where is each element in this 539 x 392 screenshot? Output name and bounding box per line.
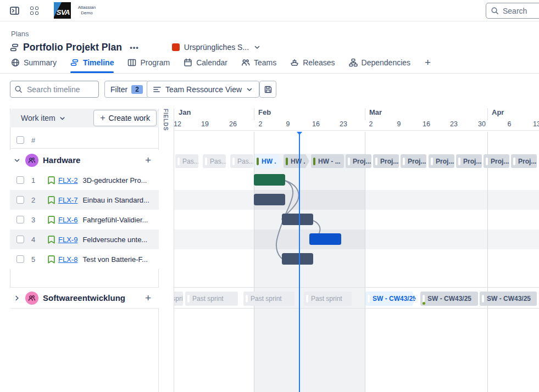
chevron-down-icon[interactable] bbox=[13, 156, 21, 164]
sprint-chip[interactable]: Proj... bbox=[401, 154, 426, 168]
sprint-chip[interactable]: SW - CW43/25 bbox=[420, 292, 478, 306]
chevron-right-icon[interactable] bbox=[13, 294, 21, 302]
page-title: Portfolio Projekt Plan bbox=[23, 42, 122, 53]
tab-calendar[interactable]: Calendar bbox=[184, 58, 227, 72]
sprint-chip[interactable]: Proj... bbox=[511, 154, 537, 168]
month-label: Feb bbox=[258, 108, 271, 116]
work-item-key-link[interactable]: FLX-6 bbox=[58, 216, 77, 224]
row-number: 4 bbox=[31, 236, 39, 244]
month-label: Apr bbox=[492, 108, 504, 116]
table-header-row: # bbox=[10, 132, 159, 149]
hierarchy-icon bbox=[349, 58, 358, 67]
search-icon bbox=[491, 7, 499, 15]
sprint-chip[interactable]: HW . bbox=[254, 154, 282, 168]
row-checkbox[interactable] bbox=[16, 176, 24, 184]
chevron-down-icon bbox=[246, 86, 253, 93]
save-view-button[interactable] bbox=[259, 81, 276, 98]
sprint-chip[interactable]: SW - CW43/25 bbox=[365, 292, 416, 306]
breadcrumb[interactable]: Plans bbox=[11, 30, 29, 38]
gantt-bar-flx-7[interactable] bbox=[254, 194, 285, 205]
gantt-bar-flx-6[interactable] bbox=[282, 214, 313, 225]
add-work-item-button[interactable]: + bbox=[143, 292, 153, 304]
sprint-label: Proj... bbox=[353, 158, 371, 165]
sprint-chip[interactable]: Past sprint bbox=[174, 292, 183, 306]
row-checkbox[interactable] bbox=[16, 255, 24, 263]
team-group-hardware[interactable]: Hardware + bbox=[10, 150, 159, 170]
sprint-chip[interactable]: Proj... bbox=[484, 154, 509, 168]
sprint-pill bbox=[205, 158, 207, 165]
timeline-search-input[interactable] bbox=[10, 81, 99, 98]
select-all-checkbox[interactable] bbox=[16, 136, 24, 144]
row-checkbox[interactable] bbox=[16, 236, 24, 243]
row-checkbox[interactable] bbox=[16, 216, 24, 223]
sidebar-toggle-icon[interactable] bbox=[7, 3, 22, 18]
table-row: 3FLX-6Fahrgefühl-Validier... bbox=[10, 210, 159, 229]
sprint-pill bbox=[286, 158, 288, 165]
timeline-header-border bbox=[174, 130, 539, 131]
work-item-summary: Einbau in Standard... bbox=[82, 196, 149, 204]
sprint-pill bbox=[458, 158, 460, 165]
sprint-chip[interactable]: Proj... bbox=[346, 154, 371, 168]
sprint-chip[interactable]: Pas... bbox=[175, 154, 198, 168]
software-sprints-row: Past sprintPast sprintPast sprintPast sp… bbox=[174, 292, 539, 306]
gantt-bar-flx-2[interactable] bbox=[254, 174, 285, 186]
sprint-chip[interactable]: HW - ... bbox=[311, 154, 344, 168]
sprint-chip[interactable]: Past sprint bbox=[243, 292, 294, 306]
globe-icon bbox=[11, 58, 20, 67]
tab-program[interactable]: Program bbox=[127, 58, 170, 72]
row-number: 3 bbox=[31, 216, 39, 224]
tick-label: 9 bbox=[397, 120, 401, 128]
fields-panel-tab[interactable]: FIELDS bbox=[163, 109, 169, 131]
month-gridline bbox=[487, 132, 488, 392]
sprint-label: Proj... bbox=[491, 158, 509, 165]
sprint-pill bbox=[482, 295, 484, 303]
search-icon bbox=[14, 85, 23, 93]
sprint-chip[interactable]: Proj... bbox=[429, 154, 454, 168]
tab-label: Timeline bbox=[83, 58, 114, 67]
tab-summary[interactable]: Summary bbox=[11, 58, 57, 72]
search-placeholder: Search bbox=[503, 7, 527, 15]
sprint-chip[interactable]: HW . bbox=[284, 154, 309, 168]
scenario-selector[interactable]: Ursprüngliches S... bbox=[172, 43, 261, 52]
sprint-chip[interactable]: SW - CW43/25 bbox=[480, 292, 537, 306]
timeline-pane[interactable]: JanFebMarApr 12192629162329162330613 Pas… bbox=[174, 104, 539, 392]
app-switcher-icon[interactable] bbox=[26, 3, 42, 18]
sva-logo[interactable]: SVA bbox=[54, 2, 71, 19]
row-checkbox[interactable] bbox=[16, 196, 24, 204]
sprint-chip[interactable]: Past sprint bbox=[185, 292, 238, 306]
sprint-chip[interactable]: Pas... bbox=[230, 154, 253, 168]
sprint-chip[interactable]: Past sprint bbox=[304, 292, 352, 306]
tick-label: 2 bbox=[259, 120, 263, 128]
more-actions-button[interactable]: ••• bbox=[127, 42, 141, 53]
add-work-item-button[interactable]: + bbox=[143, 154, 153, 166]
sprint-label: Proj... bbox=[518, 158, 536, 165]
work-item-dropdown[interactable]: Work item bbox=[21, 114, 66, 122]
sprint-chip[interactable]: Proj... bbox=[373, 154, 399, 168]
sprint-pill bbox=[368, 295, 370, 303]
chevron-down-icon bbox=[253, 43, 261, 51]
sprint-label: SW - CW43/25 bbox=[487, 295, 531, 303]
tab-timeline[interactable]: Timeline bbox=[70, 58, 114, 72]
add-tab-button[interactable]: + bbox=[423, 58, 433, 67]
group-name: Softwareentwicklung bbox=[43, 293, 125, 303]
gantt-bar-flx-8[interactable] bbox=[282, 253, 313, 265]
filter-button[interactable]: Filter 2 bbox=[104, 81, 149, 98]
teams-icon bbox=[241, 58, 250, 67]
work-item-key-link[interactable]: FLX-8 bbox=[58, 255, 77, 264]
sprint-chip[interactable]: Proj... bbox=[456, 154, 482, 168]
create-work-button[interactable]: + Create work bbox=[93, 110, 157, 126]
global-search-input[interactable]: Search bbox=[486, 3, 539, 19]
work-item-key-link[interactable]: FLX-9 bbox=[58, 236, 77, 244]
view-selector-button[interactable]: Team Ressource View bbox=[147, 81, 259, 98]
sprint-pill bbox=[513, 158, 515, 165]
tab-teams[interactable]: Teams bbox=[241, 58, 276, 72]
work-item-key-link[interactable]: FLX-2 bbox=[58, 176, 77, 184]
work-item-label: Work item bbox=[21, 114, 55, 122]
team-group-softwareentwicklung[interactable]: Softwareentwicklung + bbox=[10, 287, 159, 309]
sprint-label: Proj... bbox=[408, 158, 426, 165]
tab-releases[interactable]: Releases bbox=[290, 58, 335, 72]
sprint-chip[interactable]: Pas... bbox=[203, 154, 226, 168]
gantt-bar-flx-9[interactable] bbox=[309, 233, 341, 245]
work-item-key-link[interactable]: FLX-7 bbox=[58, 196, 77, 204]
tab-dependencies[interactable]: Dependencies bbox=[349, 58, 411, 72]
